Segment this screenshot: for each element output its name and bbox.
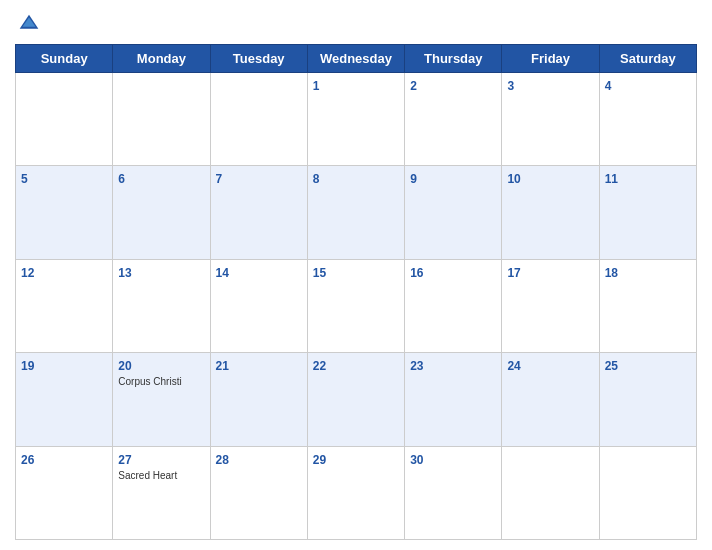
calendar-cell: 5: [16, 166, 113, 259]
day-number: 12: [21, 266, 34, 280]
calendar-cell: 3: [502, 73, 599, 166]
calendar-cell: 10: [502, 166, 599, 259]
calendar-cell: 25: [599, 353, 696, 446]
week-row-5: 2627Sacred Heart282930: [16, 446, 697, 539]
day-number: 24: [507, 359, 520, 373]
calendar-cell: 21: [210, 353, 307, 446]
weekday-tuesday: Tuesday: [210, 45, 307, 73]
calendar-cell: 9: [405, 166, 502, 259]
calendar-cell: 15: [307, 259, 404, 352]
calendar-cell: 26: [16, 446, 113, 539]
calendar-cell: 23: [405, 353, 502, 446]
day-number: 3: [507, 79, 514, 93]
day-number: 4: [605, 79, 612, 93]
day-number: 11: [605, 172, 618, 186]
day-number: 2: [410, 79, 417, 93]
holiday-label: Corpus Christi: [118, 376, 204, 387]
calendar-cell: 18: [599, 259, 696, 352]
week-row-3: 12131415161718: [16, 259, 697, 352]
day-number: 17: [507, 266, 520, 280]
day-number: 15: [313, 266, 326, 280]
day-number: 14: [216, 266, 229, 280]
calendar-cell: [599, 446, 696, 539]
day-number: 1: [313, 79, 320, 93]
weekday-sunday: Sunday: [16, 45, 113, 73]
day-number: 25: [605, 359, 618, 373]
calendar-cell: 8: [307, 166, 404, 259]
day-number: 7: [216, 172, 223, 186]
calendar-cell: 30: [405, 446, 502, 539]
calendar-cell: 14: [210, 259, 307, 352]
day-number: 8: [313, 172, 320, 186]
day-number: 30: [410, 453, 423, 467]
day-number: 27: [118, 453, 131, 467]
weekday-wednesday: Wednesday: [307, 45, 404, 73]
calendar-cell: 13: [113, 259, 210, 352]
calendar-cell: 20Corpus Christi: [113, 353, 210, 446]
week-row-4: 1920Corpus Christi2122232425: [16, 353, 697, 446]
day-number: 19: [21, 359, 34, 373]
weekday-monday: Monday: [113, 45, 210, 73]
weekday-saturday: Saturday: [599, 45, 696, 73]
calendar-cell: 16: [405, 259, 502, 352]
calendar-cell: [113, 73, 210, 166]
day-number: 26: [21, 453, 34, 467]
calendar-cell: 27Sacred Heart: [113, 446, 210, 539]
calendar-cell: [16, 73, 113, 166]
logo-bird-icon: [15, 10, 43, 38]
day-number: 16: [410, 266, 423, 280]
week-row-2: 567891011: [16, 166, 697, 259]
weekday-friday: Friday: [502, 45, 599, 73]
calendar-cell: 2: [405, 73, 502, 166]
calendar-cell: 17: [502, 259, 599, 352]
calendar-cell: 19: [16, 353, 113, 446]
calendar-cell: 11: [599, 166, 696, 259]
weekday-thursday: Thursday: [405, 45, 502, 73]
day-number: 6: [118, 172, 125, 186]
day-number: 23: [410, 359, 423, 373]
weekday-header-row: SundayMondayTuesdayWednesdayThursdayFrid…: [16, 45, 697, 73]
day-number: 9: [410, 172, 417, 186]
week-row-1: 1234: [16, 73, 697, 166]
logo: [15, 10, 47, 38]
calendar-cell: 28: [210, 446, 307, 539]
calendar-cell: [502, 446, 599, 539]
day-number: 29: [313, 453, 326, 467]
holiday-label: Sacred Heart: [118, 470, 204, 481]
calendar-cell: 22: [307, 353, 404, 446]
calendar-cell: 6: [113, 166, 210, 259]
day-number: 20: [118, 359, 131, 373]
calendar-cell: 1: [307, 73, 404, 166]
calendar-cell: 12: [16, 259, 113, 352]
calendar-header: [15, 10, 697, 38]
calendar-cell: 29: [307, 446, 404, 539]
day-number: 18: [605, 266, 618, 280]
calendar-table: SundayMondayTuesdayWednesdayThursdayFrid…: [15, 44, 697, 540]
day-number: 28: [216, 453, 229, 467]
calendar-cell: 7: [210, 166, 307, 259]
day-number: 5: [21, 172, 28, 186]
calendar-cell: 4: [599, 73, 696, 166]
day-number: 22: [313, 359, 326, 373]
calendar-cell: [210, 73, 307, 166]
calendar-cell: 24: [502, 353, 599, 446]
day-number: 21: [216, 359, 229, 373]
day-number: 13: [118, 266, 131, 280]
day-number: 10: [507, 172, 520, 186]
